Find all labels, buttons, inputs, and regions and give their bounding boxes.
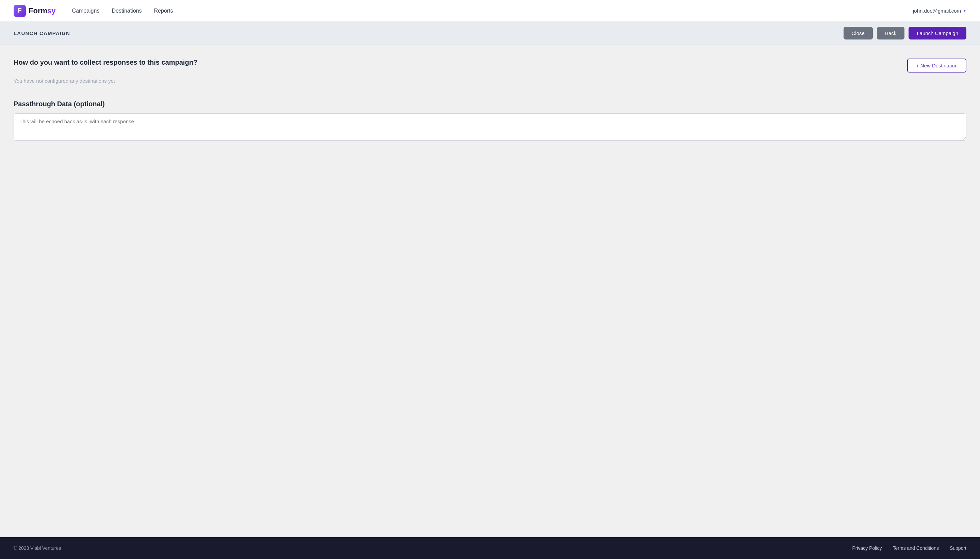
- subheader: LAUNCH CAMPAIGN Close Back Launch Campai…: [0, 22, 980, 45]
- empty-destinations-message: You have not configured any destinations…: [13, 78, 967, 84]
- copyright-text: © 2023 Viabl Ventures: [13, 546, 61, 551]
- footer-link-privacy[interactable]: Privacy Policy: [852, 546, 882, 551]
- passthrough-title: Passthrough Data (optional): [13, 100, 967, 108]
- page-title: LAUNCH CAMPAIGN: [13, 30, 70, 36]
- navbar-nav: Campaigns Destinations Reports: [72, 8, 912, 14]
- nav-link-destinations[interactable]: Destinations: [112, 8, 142, 14]
- footer-link-support[interactable]: Support: [950, 546, 967, 551]
- logo-text: Formsy: [28, 7, 56, 15]
- new-destination-button[interactable]: + New Destination: [907, 59, 967, 73]
- chevron-down-icon: ▼: [963, 9, 967, 13]
- footer-links: Privacy Policy Terms and Conditions Supp…: [852, 546, 967, 551]
- footer: © 2023 Viabl Ventures Privacy Policy Ter…: [0, 537, 980, 559]
- passthrough-textarea[interactable]: [13, 113, 967, 141]
- user-email: john.doe@gmail.com: [913, 8, 961, 13]
- main-content: How do you want to collect responses to …: [0, 45, 980, 537]
- launch-campaign-button[interactable]: Launch Campaign: [909, 27, 967, 40]
- destinations-section-header: How do you want to collect responses to …: [13, 59, 967, 73]
- nav-link-reports[interactable]: Reports: [154, 8, 173, 14]
- navbar: F Formsy Campaigns Destinations Reports …: [0, 0, 980, 22]
- section-question: How do you want to collect responses to …: [13, 59, 197, 66]
- subheader-actions: Close Back Launch Campaign: [843, 27, 967, 40]
- footer-link-terms[interactable]: Terms and Conditions: [893, 546, 939, 551]
- logo-icon: F: [13, 5, 26, 17]
- logo-link[interactable]: F Formsy: [13, 5, 56, 17]
- back-button[interactable]: Back: [877, 27, 904, 40]
- user-menu[interactable]: john.doe@gmail.com ▼: [913, 8, 967, 13]
- close-button[interactable]: Close: [843, 27, 873, 40]
- nav-link-campaigns[interactable]: Campaigns: [72, 8, 99, 14]
- passthrough-section: Passthrough Data (optional): [13, 100, 967, 142]
